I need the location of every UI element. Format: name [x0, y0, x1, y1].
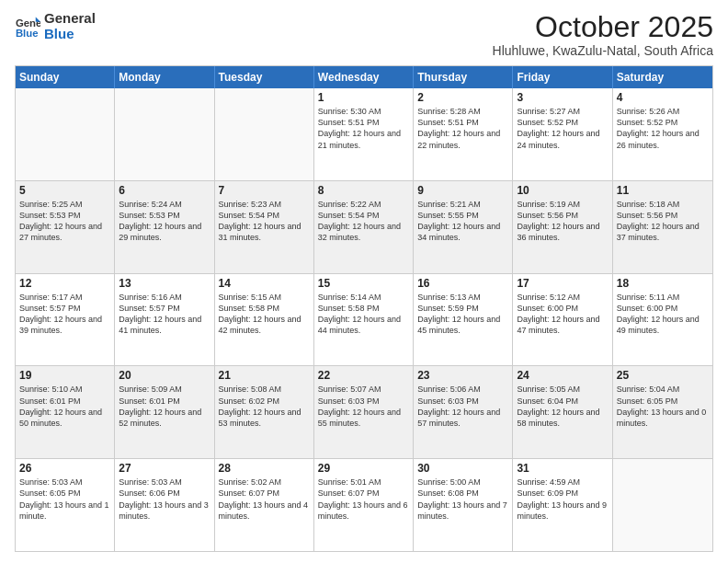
cell-info: Sunrise: 4:59 AM — [517, 477, 608, 488]
cell-info: Daylight: 12 hours and 34 minutes. — [417, 221, 508, 243]
cell-info: Sunset: 6:05 PM — [19, 488, 110, 499]
cell-info: Daylight: 12 hours and 52 minutes. — [119, 407, 210, 429]
calendar-cell: 10Sunrise: 5:19 AMSunset: 5:56 PMDayligh… — [513, 181, 612, 273]
cell-info: Sunset: 5:57 PM — [119, 303, 210, 314]
cell-info: Daylight: 12 hours and 41 minutes. — [119, 314, 210, 336]
cell-info: Sunrise: 5:14 AM — [318, 292, 409, 303]
cell-info: Sunrise: 5:26 AM — [617, 106, 709, 117]
cell-info: Daylight: 12 hours and 50 minutes. — [19, 407, 110, 429]
cell-info: Sunrise: 5:15 AM — [219, 292, 310, 303]
cell-info: Sunrise: 5:03 AM — [19, 477, 110, 488]
cell-info: Sunrise: 5:09 AM — [119, 384, 210, 395]
cell-info: Sunset: 6:07 PM — [318, 488, 409, 499]
cell-info: Sunset: 6:03 PM — [417, 396, 508, 407]
cell-info: Daylight: 12 hours and 31 minutes. — [219, 221, 310, 243]
cell-info: Sunset: 6:08 PM — [417, 488, 508, 499]
cell-info: Daylight: 13 hours and 3 minutes. — [119, 500, 210, 522]
calendar-cell: 4Sunrise: 5:26 AMSunset: 5:52 PMDaylight… — [613, 88, 712, 180]
cell-info: Daylight: 12 hours and 37 minutes. — [617, 221, 709, 243]
cell-info: Sunset: 6:07 PM — [219, 488, 310, 499]
cell-info: Sunrise: 5:25 AM — [19, 199, 110, 210]
day-number: 25 — [617, 369, 709, 382]
cell-info: Daylight: 12 hours and 49 minutes. — [617, 314, 709, 336]
calendar-row-1: 1Sunrise: 5:30 AMSunset: 5:51 PMDaylight… — [16, 88, 712, 180]
calendar-row-3: 12Sunrise: 5:17 AMSunset: 5:57 PMDayligh… — [16, 273, 712, 366]
calendar-cell: 15Sunrise: 5:14 AMSunset: 5:58 PMDayligh… — [314, 274, 414, 366]
calendar-cell: 9Sunrise: 5:21 AMSunset: 5:55 PMDaylight… — [414, 181, 513, 273]
calendar-cell: 25Sunrise: 5:04 AMSunset: 6:05 PMDayligh… — [613, 366, 712, 458]
cell-info: Daylight: 12 hours and 32 minutes. — [318, 221, 409, 243]
cell-info: Sunset: 6:01 PM — [119, 396, 210, 407]
calendar-body: 1Sunrise: 5:30 AMSunset: 5:51 PMDaylight… — [16, 88, 712, 551]
calendar-cell — [613, 459, 712, 551]
day-number: 24 — [517, 369, 608, 382]
day-number: 11 — [617, 184, 709, 197]
day-number: 4 — [617, 91, 709, 104]
cell-info: Sunset: 5:55 PM — [417, 210, 508, 221]
day-number: 31 — [517, 462, 608, 475]
calendar-cell: 17Sunrise: 5:12 AMSunset: 6:00 PMDayligh… — [513, 274, 612, 366]
cell-info: Sunrise: 5:17 AM — [19, 292, 110, 303]
day-number: 30 — [417, 462, 508, 475]
calendar-cell: 13Sunrise: 5:16 AMSunset: 5:57 PMDayligh… — [115, 274, 214, 366]
calendar-cell: 24Sunrise: 5:05 AMSunset: 6:04 PMDayligh… — [513, 366, 612, 458]
calendar-cell: 27Sunrise: 5:03 AMSunset: 6:06 PMDayligh… — [115, 459, 214, 551]
day-number: 13 — [119, 277, 210, 290]
calendar-row-5: 26Sunrise: 5:03 AMSunset: 6:05 PMDayligh… — [16, 458, 712, 551]
cell-info: Sunrise: 5:04 AM — [617, 384, 709, 395]
cell-info: Sunrise: 5:07 AM — [318, 384, 409, 395]
calendar-cell: 26Sunrise: 5:03 AMSunset: 6:05 PMDayligh… — [16, 459, 115, 551]
day-number: 2 — [417, 91, 508, 104]
cell-info: Sunset: 5:56 PM — [617, 210, 709, 221]
day-header-wednesday: Wednesday — [314, 66, 414, 88]
cell-info: Sunrise: 5:08 AM — [219, 384, 310, 395]
cell-info: Sunset: 5:51 PM — [417, 117, 508, 128]
cell-info: Sunrise: 5:10 AM — [19, 384, 110, 395]
cell-info: Daylight: 12 hours and 36 minutes. — [517, 221, 608, 243]
cell-info: Daylight: 12 hours and 47 minutes. — [517, 314, 608, 336]
day-header-monday: Monday — [115, 66, 214, 88]
day-number: 17 — [517, 277, 608, 290]
day-number: 20 — [119, 369, 210, 382]
day-number: 3 — [517, 91, 608, 104]
cell-info: Sunset: 6:02 PM — [219, 396, 310, 407]
calendar-cell: 2Sunrise: 5:28 AMSunset: 5:51 PMDaylight… — [414, 88, 513, 180]
title-block: October 2025 Hluhluwe, KwaZulu-Natal, So… — [493, 11, 713, 58]
day-number: 5 — [19, 184, 110, 197]
cell-info: Sunrise: 5:19 AM — [517, 199, 608, 210]
cell-info: Sunrise: 5:02 AM — [219, 477, 310, 488]
calendar-header: SundayMondayTuesdayWednesdayThursdayFrid… — [16, 66, 712, 88]
cell-info: Daylight: 12 hours and 21 minutes. — [318, 128, 409, 150]
cell-info: Daylight: 12 hours and 29 minutes. — [119, 221, 210, 243]
calendar-cell: 6Sunrise: 5:24 AMSunset: 5:53 PMDaylight… — [115, 181, 214, 273]
logo-line2: Blue — [44, 27, 96, 42]
day-number: 6 — [119, 184, 210, 197]
day-number: 1 — [318, 91, 409, 104]
day-number: 16 — [417, 277, 508, 290]
cell-info: Daylight: 12 hours and 39 minutes. — [19, 314, 110, 336]
day-number: 10 — [517, 184, 608, 197]
logo: General Blue General Blue — [15, 11, 96, 41]
calendar-cell: 5Sunrise: 5:25 AMSunset: 5:53 PMDaylight… — [16, 181, 115, 273]
day-header-saturday: Saturday — [613, 66, 712, 88]
cell-info: Daylight: 13 hours and 0 minutes. — [617, 407, 709, 429]
calendar-cell: 23Sunrise: 5:06 AMSunset: 6:03 PMDayligh… — [414, 366, 513, 458]
calendar-cell: 19Sunrise: 5:10 AMSunset: 6:01 PMDayligh… — [16, 366, 115, 458]
svg-text:Blue: Blue — [16, 27, 39, 38]
cell-info: Daylight: 12 hours and 57 minutes. — [417, 407, 508, 429]
calendar-cell: 31Sunrise: 4:59 AMSunset: 6:09 PMDayligh… — [513, 459, 612, 551]
day-number: 14 — [219, 277, 310, 290]
calendar-cell: 28Sunrise: 5:02 AMSunset: 6:07 PMDayligh… — [215, 459, 314, 551]
cell-info: Sunrise: 5:22 AM — [318, 199, 409, 210]
day-number: 9 — [417, 184, 508, 197]
calendar-cell — [215, 88, 314, 180]
cell-info: Sunrise: 5:01 AM — [318, 477, 409, 488]
cell-info: Daylight: 13 hours and 1 minute. — [19, 500, 110, 522]
day-header-sunday: Sunday — [16, 66, 115, 88]
calendar-cell: 16Sunrise: 5:13 AMSunset: 5:59 PMDayligh… — [414, 274, 513, 366]
cell-info: Daylight: 12 hours and 22 minutes. — [417, 128, 508, 150]
cell-info: Daylight: 12 hours and 55 minutes. — [318, 407, 409, 429]
day-header-tuesday: Tuesday — [215, 66, 314, 88]
calendar-cell — [16, 88, 115, 180]
day-number: 18 — [617, 277, 709, 290]
